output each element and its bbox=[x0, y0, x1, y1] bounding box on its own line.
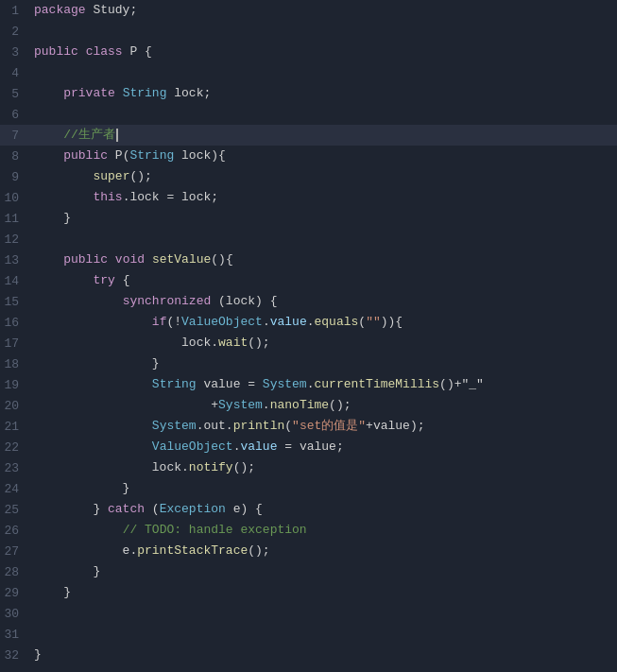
token-str: "" bbox=[366, 312, 381, 333]
line-content: if(!ValueObject.value.equals("")){ bbox=[26, 312, 403, 333]
token-plain: } bbox=[34, 208, 71, 229]
token-kw: public bbox=[63, 146, 108, 166]
line-number: 32 bbox=[0, 645, 26, 665]
line-number: 5 bbox=[0, 83, 26, 104]
code-line: 8 public P(String lock){ bbox=[0, 146, 617, 166]
token-type: System bbox=[218, 395, 263, 416]
line-content bbox=[26, 229, 42, 250]
token-type: String bbox=[152, 374, 197, 395]
code-line: 1package Study; bbox=[0, 0, 617, 21]
code-line: 13 public void setValue(){ bbox=[0, 250, 617, 270]
token-kw: private bbox=[63, 83, 115, 104]
token-plain: (); bbox=[248, 333, 269, 353]
line-content: public P(String lock){ bbox=[26, 146, 226, 166]
line-content: try { bbox=[26, 270, 129, 291]
line-content: lock.wait(); bbox=[26, 333, 270, 353]
token-plain bbox=[34, 146, 63, 166]
line-number: 3 bbox=[0, 42, 26, 62]
token-plain: } bbox=[34, 561, 100, 582]
token-plain: lock. bbox=[34, 333, 218, 353]
token-type: String bbox=[129, 146, 174, 166]
line-content: e.printStackTrace(); bbox=[26, 541, 270, 561]
token-plain: e. bbox=[34, 541, 137, 561]
token-plain: (! bbox=[166, 312, 181, 333]
line-content: ValueObject.value = value; bbox=[26, 437, 344, 457]
token-plain: e) { bbox=[226, 499, 263, 520]
line-content bbox=[26, 603, 42, 624]
token-plain: } bbox=[34, 478, 129, 499]
code-line: 3public class P { bbox=[0, 42, 617, 62]
token-fn: setValue bbox=[152, 250, 211, 270]
token-plain bbox=[34, 166, 93, 187]
line-number: 30 bbox=[0, 603, 26, 624]
token-plain: } bbox=[34, 353, 160, 374]
line-number: 9 bbox=[0, 166, 26, 187]
token-plain: lock){ bbox=[174, 146, 226, 166]
token-plain: ( bbox=[145, 499, 160, 520]
line-number: 28 bbox=[0, 561, 26, 582]
line-number: 15 bbox=[0, 291, 26, 312]
line-content bbox=[26, 21, 42, 42]
token-plain: (); bbox=[248, 541, 269, 561]
token-kw: public bbox=[63, 250, 108, 270]
token-fn: println bbox=[233, 416, 285, 437]
line-number: 1 bbox=[0, 0, 26, 21]
line-content: } catch (Exception e) { bbox=[26, 499, 263, 520]
token-type: String bbox=[123, 83, 167, 104]
token-kw: public bbox=[34, 42, 78, 62]
token-str: "set的值是" bbox=[292, 416, 366, 437]
token-plain bbox=[34, 291, 123, 312]
code-line: 19 String value = System.currentTimeMill… bbox=[0, 374, 617, 395]
token-fn: printStackTrace bbox=[137, 541, 248, 561]
code-line: 28 } bbox=[0, 561, 617, 582]
token-kw: void bbox=[115, 250, 145, 270]
code-line: 16 if(!ValueObject.value.equals("")){ bbox=[0, 312, 617, 333]
code-line: 27 e.printStackTrace(); bbox=[0, 541, 617, 561]
line-content: this.lock = lock; bbox=[26, 187, 218, 208]
line-number: 6 bbox=[0, 104, 26, 125]
line-content: public void setValue(){ bbox=[26, 250, 233, 270]
line-content: } bbox=[26, 353, 160, 374]
token-plain: P { bbox=[123, 42, 152, 62]
token-plain: } bbox=[34, 499, 108, 520]
code-editor[interactable]: 1package Study;2 3public class P {4 5 pr… bbox=[0, 0, 617, 672]
code-line: 4 bbox=[0, 62, 617, 83]
line-number: 8 bbox=[0, 146, 26, 166]
token-fn: super bbox=[93, 166, 129, 187]
token-type: System bbox=[263, 374, 307, 395]
line-number: 23 bbox=[0, 457, 26, 478]
token-plain: } bbox=[34, 582, 71, 603]
token-plain: . bbox=[263, 312, 270, 333]
token-plain: )){ bbox=[381, 312, 403, 333]
token-plain: +value); bbox=[366, 416, 424, 437]
code-line: 17 lock.wait(); bbox=[0, 333, 617, 353]
token-plain: ( bbox=[284, 416, 292, 437]
line-number: 14 bbox=[0, 270, 26, 291]
token-plain bbox=[34, 374, 152, 395]
line-number: 16 bbox=[0, 312, 26, 333]
line-content: +System.nanoTime(); bbox=[26, 395, 351, 416]
token-plain bbox=[34, 270, 93, 291]
token-plain bbox=[34, 187, 93, 208]
token-field: value bbox=[270, 312, 307, 333]
token-comment: // TODO: handle exception bbox=[123, 520, 307, 541]
line-content: System.out.println("set的值是"+value); bbox=[26, 416, 425, 437]
line-number: 31 bbox=[0, 624, 26, 645]
line-content: } bbox=[26, 561, 100, 582]
code-line: 23 lock.notify(); bbox=[0, 457, 617, 478]
token-plain: (lock) { bbox=[211, 291, 277, 312]
token-plain: (){ bbox=[211, 250, 232, 270]
token-plain: value = bbox=[197, 374, 263, 395]
code-line: 29 } bbox=[0, 582, 617, 603]
code-line: 15 synchronized (lock) { bbox=[0, 291, 617, 312]
text-cursor bbox=[116, 129, 118, 142]
token-plain: .out. bbox=[197, 416, 233, 437]
token-plain: .lock = lock; bbox=[123, 187, 218, 208]
token-plain: } bbox=[34, 645, 42, 665]
token-plain: (); bbox=[233, 457, 255, 478]
line-content: synchronized (lock) { bbox=[26, 291, 277, 312]
line-content: } bbox=[26, 582, 71, 603]
token-plain: lock; bbox=[166, 83, 211, 104]
line-number: 24 bbox=[0, 478, 26, 499]
token-plain bbox=[34, 312, 152, 333]
